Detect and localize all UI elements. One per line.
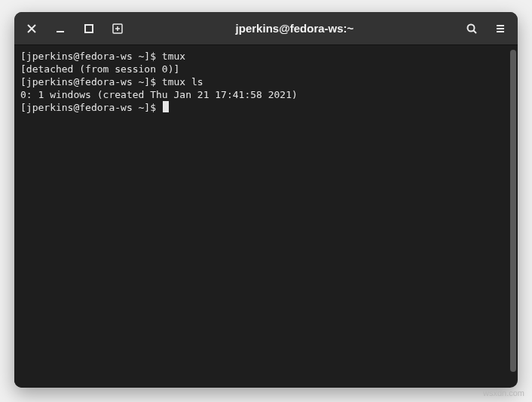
output-text: [detached (from session 0)] — [20, 63, 179, 75]
watermark: wsxdn.com — [483, 388, 524, 397]
command-input: tmux — [162, 51, 185, 62]
svg-point-3 — [468, 24, 475, 31]
output-text: 0: 1 windows (created Thu Jan 21 17:41:5… — [20, 89, 298, 100]
terminal-command-line: [jperkins@fedora-ws ~]$ tmux ls — [20, 75, 503, 88]
new-tab-icon — [112, 23, 124, 35]
terminal-area: [jperkins@fedora-ws ~]$ tmux[detached (f… — [14, 45, 518, 388]
titlebar: jperkins@fedora-ws:~ — [14, 12, 518, 45]
search-button[interactable] — [459, 16, 485, 41]
scrollbar[interactable] — [509, 45, 518, 388]
terminal-content[interactable]: [jperkins@fedora-ws ~]$ tmux[detached (f… — [14, 45, 509, 388]
svg-rect-0 — [57, 31, 64, 32]
prompt: [jperkins@fedora-ws ~]$ — [20, 51, 162, 62]
terminal-output-line: 0: 1 windows (created Thu Jan 21 17:41:5… — [20, 88, 503, 101]
prompt: [jperkins@fedora-ws ~]$ — [20, 76, 162, 87]
window-title: jperkins@fedora-ws:~ — [133, 22, 456, 35]
scrollbar-thumb[interactable] — [510, 50, 516, 372]
minimize-button[interactable] — [47, 16, 73, 41]
command-input: tmux ls — [162, 76, 203, 87]
close-icon — [26, 23, 38, 35]
cursor — [163, 101, 169, 112]
maximize-button[interactable] — [76, 16, 102, 41]
search-icon — [466, 23, 478, 35]
terminal-command-line: [jperkins@fedora-ws ~]$ — [20, 101, 503, 114]
menu-button[interactable] — [488, 16, 513, 41]
close-button[interactable] — [19, 16, 44, 41]
minimize-icon — [54, 23, 66, 35]
maximize-icon — [83, 23, 95, 35]
terminal-window: jperkins@fedora-ws:~ [jperkins@fedora-ws… — [14, 12, 518, 388]
terminal-command-line: [jperkins@fedora-ws ~]$ tmux — [20, 50, 503, 63]
svg-rect-1 — [85, 25, 93, 32]
prompt: [jperkins@fedora-ws ~]$ — [20, 102, 162, 113]
hamburger-icon — [494, 23, 506, 35]
terminal-output-line: [detached (from session 0)] — [20, 63, 503, 75]
new-tab-button[interactable] — [105, 16, 130, 41]
